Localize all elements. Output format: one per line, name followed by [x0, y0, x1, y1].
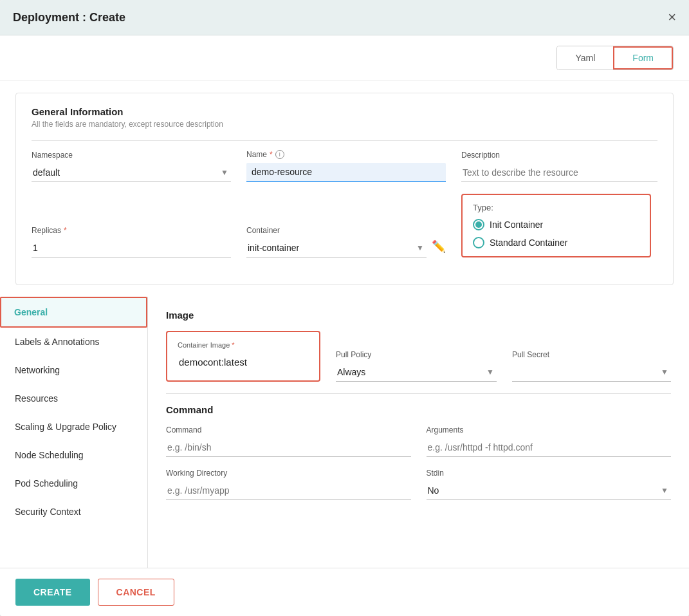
container-select[interactable]: init-container	[246, 239, 427, 257]
pull-secret-label: Pull Secret	[512, 350, 671, 359]
namespace-select-wrap: default ▼	[32, 163, 231, 182]
container-image-input[interactable]	[178, 353, 309, 371]
replicas-group: Replicas *	[32, 226, 231, 257]
pull-policy-group: Pull Policy Always IfNotPresent Never ▼	[336, 350, 497, 382]
modal-footer: CREATE CANCEL	[0, 568, 689, 616]
cmd-row-1: Command Arguments	[166, 425, 671, 457]
description-label: Description	[461, 151, 657, 160]
top-bar: Yaml Form	[0, 35, 689, 81]
container-image-label: Container Image *	[178, 341, 309, 349]
command-label: Command	[166, 425, 411, 434]
container-select-wrap: init-container ▼	[246, 239, 427, 257]
container-image-field-box: Container Image *	[166, 331, 320, 382]
pull-secret-group: Pull Secret ▼	[512, 350, 671, 382]
radio-standard-container[interactable]: Standard Container	[473, 237, 639, 248]
sidebar-item-general[interactable]: General	[0, 297, 147, 328]
arguments-group: Arguments	[427, 425, 672, 457]
general-info-subtitle: All the fields are mandatory, except res…	[32, 120, 657, 129]
stdin-group: Stdin No Yes ▼	[427, 469, 672, 500]
radio-standard-label: Standard Container	[490, 238, 567, 248]
form-row-1: Namespace default ▼ Name * i	[32, 150, 657, 182]
edit-container-icon[interactable]: ✏️	[432, 239, 446, 254]
yaml-tab[interactable]: Yaml	[557, 46, 613, 70]
working-dir-input[interactable]	[166, 481, 411, 500]
arguments-label: Arguments	[427, 425, 672, 434]
stdin-select[interactable]: No Yes	[427, 481, 672, 500]
name-info-icon[interactable]: i	[275, 150, 284, 159]
namespace-label: Namespace	[32, 151, 231, 160]
cancel-button[interactable]: CANCEL	[98, 579, 174, 606]
radio-init-label: Init Container	[490, 219, 543, 230]
radio-init-container[interactable]: Init Container	[473, 219, 639, 230]
sidebar-item-scaling[interactable]: Scaling & Upgrade Policy	[0, 413, 147, 441]
description-input[interactable]	[461, 163, 657, 182]
pull-policy-select-wrap: Always IfNotPresent Never ▼	[336, 363, 497, 382]
stdin-label: Stdin	[427, 469, 672, 478]
stdin-select-wrap: No Yes ▼	[427, 481, 672, 500]
name-input[interactable]	[246, 163, 446, 182]
name-group: Name * i	[246, 150, 446, 182]
arguments-input[interactable]	[427, 438, 672, 457]
modal-header: Deployment : Create ×	[0, 0, 689, 35]
general-info-section: General Information All the fields are m…	[15, 93, 674, 285]
container-label: Container	[246, 226, 446, 235]
sidebar-item-labels[interactable]: Labels & Annotations	[0, 328, 147, 356]
modal-title: Deployment : Create	[13, 11, 125, 24]
cmd-row-2: Working Directory Stdin No Yes ▼	[166, 469, 671, 500]
pull-policy-label: Pull Policy	[336, 350, 497, 359]
sidebar-item-resources[interactable]: Resources	[0, 384, 147, 413]
command-section-title: Command	[166, 404, 671, 415]
pull-secret-select-wrap: ▼	[512, 363, 671, 382]
container-group: Container init-container ▼ ✏️	[246, 226, 446, 257]
deployment-create-modal: Deployment : Create × Yaml Form General …	[0, 0, 689, 616]
sidebar-item-pod-scheduling[interactable]: Pod Scheduling	[0, 469, 147, 498]
working-dir-label: Working Directory	[166, 469, 411, 478]
sidebar: General Labels & Annotations Networking …	[0, 297, 148, 568]
replicas-label: Replicas *	[32, 226, 231, 235]
pull-secret-select[interactable]	[512, 363, 671, 382]
container-row: init-container ▼ ✏️	[246, 239, 446, 257]
working-dir-group: Working Directory	[166, 469, 411, 500]
content-panel: Image Container Image * Pull Policy	[148, 297, 689, 568]
container-image-group: Container Image *	[166, 331, 320, 382]
sidebar-item-networking[interactable]: Networking	[0, 356, 147, 384]
tab-group: Yaml Form	[556, 46, 674, 70]
close-button[interactable]: ×	[668, 10, 676, 24]
namespace-select[interactable]: default	[32, 163, 231, 182]
radio-standard-circle	[473, 237, 484, 248]
container-image-required: *	[232, 341, 234, 349]
type-box: Type: Init Container Standard Container	[461, 194, 651, 257]
sidebar-item-node-scheduling[interactable]: Node Scheduling	[0, 441, 147, 469]
type-label: Type:	[473, 203, 639, 212]
radio-group: Init Container Standard Container	[473, 219, 639, 248]
name-required: *	[270, 150, 273, 159]
modal-body: Yaml Form General Information All the fi…	[0, 35, 689, 568]
create-button[interactable]: CREATE	[15, 579, 90, 606]
radio-init-circle	[473, 219, 484, 230]
replicas-required: *	[64, 226, 67, 235]
general-info-title: General Information	[32, 106, 657, 117]
description-group: Description	[461, 151, 657, 182]
main-content: General Labels & Annotations Networking …	[0, 297, 689, 568]
replicas-input[interactable]	[32, 239, 231, 257]
form-tab[interactable]: Form	[613, 46, 673, 70]
command-input[interactable]	[166, 438, 411, 457]
name-label: Name * i	[246, 150, 446, 159]
form-row-2: Replicas * Container init-container ▼	[32, 194, 657, 257]
image-form-row: Container Image * Pull Policy Always IfN…	[166, 331, 671, 382]
namespace-group: Namespace default ▼	[32, 151, 231, 182]
pull-policy-select[interactable]: Always IfNotPresent Never	[336, 363, 497, 382]
command-group: Command	[166, 425, 411, 457]
sidebar-item-security-context[interactable]: Security Context	[0, 498, 147, 526]
image-section-title: Image	[166, 310, 671, 321]
